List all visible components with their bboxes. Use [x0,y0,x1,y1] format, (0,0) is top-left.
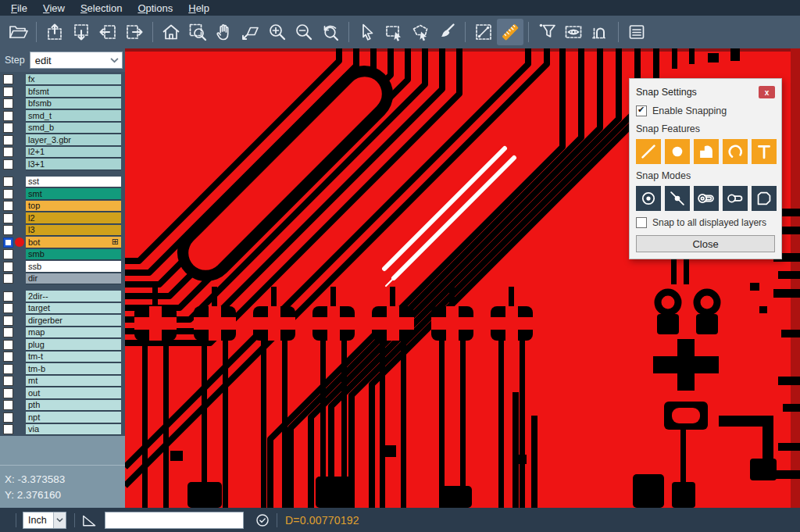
layer-name-chip[interactable]: smd_b⊞ [26,123,121,134]
layer-name-chip[interactable]: map⊞ [26,327,121,339]
layer-name-chip[interactable]: top⊞ [26,201,121,212]
layer-name-chip[interactable]: ssb⊞ [26,261,121,273]
move-right-button[interactable] [121,19,148,45]
apply-button[interactable] [252,510,273,530]
unit-combobox[interactable]: Inch [23,512,66,529]
layer-visibility-checkbox[interactable] [3,147,13,157]
zoom-area-button[interactable] [184,19,211,45]
layer-row[interactable]: smt⊞ [0,188,125,201]
select-polygon-button[interactable] [407,19,434,45]
layer-name-chip[interactable]: pth⊞ [26,400,121,412]
snap-surface-button[interactable] [694,139,719,164]
layer-row[interactable]: dirgerber⊞ [0,315,125,327]
layer-name-chip[interactable]: l2⊞ [26,212,121,224]
layer-visibility-checkbox[interactable] [3,424,13,434]
measure-ruler-button[interactable] [497,19,523,45]
layer-name-chip[interactable]: via⊞ [26,424,121,436]
select-button[interactable] [354,19,380,45]
clear-selection-button[interactable] [434,19,460,45]
layer-row[interactable]: target⊞ [0,302,125,315]
layer-row[interactable]: layer_3.gbr⊞ [0,134,125,147]
snap-center-button[interactable] [636,186,661,211]
layer-row[interactable]: top⊞ [0,200,125,212]
layer-visibility-checkbox[interactable] [3,303,13,313]
layer-row[interactable]: smd_b⊞ [0,122,125,134]
layer-row[interactable]: via⊞ [0,423,125,436]
layer-name-chip[interactable]: l3⊞ [26,225,121,237]
snap-line-button[interactable] [636,139,661,164]
layer-visibility-checkbox[interactable] [3,225,13,235]
layer-name-chip[interactable]: tm-t⊞ [26,352,121,363]
zoom-in-button[interactable] [264,19,291,45]
move-up-button[interactable] [41,19,68,45]
pan-button[interactable] [211,19,238,45]
layer-name-chip[interactable]: layer_3.gbr⊞ [26,134,121,146]
layer-row[interactable]: out⊞ [0,387,125,400]
layer-visibility-checkbox[interactable] [3,273,13,284]
layer-visibility-checkbox[interactable] [3,135,13,145]
layer-name-chip[interactable]: 2dir--⊞ [26,291,121,302]
snap-body-button[interactable] [723,186,748,211]
zoom-window-button[interactable] [238,19,264,45]
snap-pad-button[interactable] [665,139,690,164]
layer-name-chip[interactable]: bot⊞ [26,237,121,248]
dialog-close-button[interactable]: x [759,86,775,98]
layer-visibility-checkbox[interactable] [3,201,13,211]
layer-name-chip[interactable]: out⊞ [26,387,121,399]
step-combobox[interactable]: edit [30,52,123,69]
layer-visibility-checkbox[interactable] [3,364,13,374]
layer-visibility-checkbox[interactable] [3,74,13,84]
move-left-button[interactable] [95,19,121,45]
layer-name-chip[interactable]: mt⊞ [26,376,121,387]
layer-name-chip[interactable]: l3+1⊞ [26,159,121,170]
measure-path-button[interactable] [587,19,613,45]
layer-row[interactable]: bfsmb⊞ [0,98,125,110]
layer-row[interactable]: smb⊞ [0,248,125,261]
layer-name-chip[interactable]: fx⊞ [26,74,121,86]
layer-name-chip[interactable]: bfsmt⊞ [26,86,121,98]
snap-all-layers-row[interactable]: Snap to all displayed layers [636,217,775,228]
layer-visibility-checkbox[interactable] [3,412,13,423]
angle-mode-button[interactable] [79,510,99,530]
layer-name-chip[interactable]: dir⊞ [26,273,121,285]
layer-row[interactable]: l2⊞ [0,212,125,225]
snap-body-detail-button[interactable] [694,186,719,211]
layer-row[interactable]: tm-t⊞ [0,351,125,363]
snap-arc-button[interactable] [723,139,748,164]
layer-name-chip[interactable]: npt⊞ [26,412,121,423]
layer-visibility-checkbox[interactable] [3,87,13,97]
snap-text-button[interactable] [752,139,777,164]
layer-name-chip[interactable]: smd_t⊞ [26,110,121,122]
close-button[interactable]: Close [636,235,775,252]
menu-view[interactable]: View [35,1,73,16]
layer-visibility-checkbox[interactable] [3,177,13,187]
dialog-titlebar[interactable]: Snap Settings x [636,85,775,99]
layer-visibility-checkbox[interactable] [3,262,13,272]
layer-row[interactable]: npt⊞ [0,412,125,424]
layer-visibility-checkbox[interactable] [3,159,13,170]
layer-name-chip[interactable]: dirgerber⊞ [26,315,121,327]
layer-row[interactable]: fx⊞ [0,73,125,86]
menu-help[interactable]: Help [180,1,217,16]
layer-visibility-checkbox[interactable] [3,237,13,248]
layer-visibility-checkbox[interactable] [3,327,13,337]
show-selection-button[interactable] [560,19,587,45]
layer-name-chip[interactable]: plug⊞ [26,339,121,351]
layer-visibility-checkbox[interactable] [3,400,13,410]
layer-row[interactable]: 2dir--⊞ [0,291,125,303]
layer-visibility-checkbox[interactable] [3,340,13,350]
layer-visibility-checkbox[interactable] [3,249,13,259]
layer-row[interactable]: l2+1⊞ [0,146,125,159]
layer-row[interactable]: l3⊞ [0,224,125,237]
layer-visibility-checkbox[interactable] [3,291,13,302]
zoom-home-button[interactable] [158,19,184,45]
layer-row[interactable]: mt⊞ [0,375,125,387]
enable-snapping-checkbox[interactable] [636,105,647,116]
snap-outline-button[interactable] [752,186,777,211]
layer-row[interactable]: bfsmt⊞ [0,86,125,98]
layer-visibility-checkbox[interactable] [3,388,13,398]
layer-visibility-checkbox[interactable] [3,352,13,362]
select-rectangle-button[interactable] [380,19,407,45]
layer-row[interactable]: sst⊞ [0,176,125,188]
layer-row[interactable]: map⊞ [0,327,125,339]
